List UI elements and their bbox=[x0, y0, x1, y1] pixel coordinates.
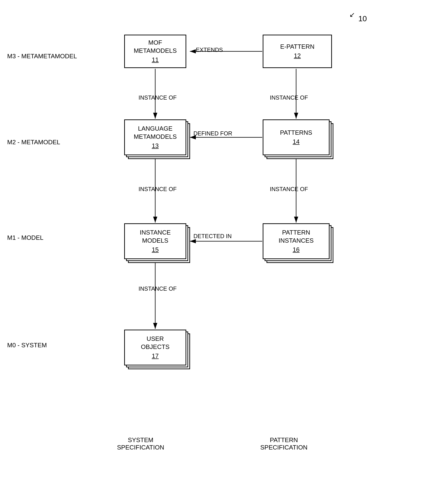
instance-of-5: INSTANCE OF bbox=[138, 285, 177, 292]
patinstances-wrapper: PATTERNINSTANCES 16 bbox=[263, 223, 337, 263]
m0-label: M0 - SYSTEM bbox=[7, 342, 47, 349]
instance-box: INSTANCEMODELS 15 bbox=[124, 223, 186, 259]
defined-for-label: DEFINED FOR bbox=[193, 130, 232, 137]
mof-label: MOFMETAMODELS bbox=[134, 39, 177, 55]
patinstances-id: 16 bbox=[293, 246, 300, 254]
instance-wrapper: INSTANCEMODELS 15 bbox=[124, 223, 193, 263]
diagram: 10 ↙ M3 - METAMETAMODEL M2 - METAMODEL M… bbox=[0, 0, 448, 487]
m2-label: M2 - METAMODEL bbox=[7, 138, 60, 146]
arrows-svg bbox=[0, 0, 448, 487]
system-spec-label: SYSTEMSPECIFICATION bbox=[117, 436, 164, 451]
detected-in-label: DETECTED IN bbox=[193, 233, 232, 240]
language-wrapper: LANGUAGEMETAMODELS 13 bbox=[124, 120, 193, 159]
epattern-box: E-PATTERN 12 bbox=[263, 35, 332, 68]
instance-label: INSTANCEMODELS bbox=[140, 229, 171, 245]
mof-box: MOFMETAMODELS 11 bbox=[124, 35, 186, 68]
epattern-label: E-PATTERN bbox=[280, 43, 314, 51]
mof-id: 11 bbox=[152, 56, 159, 64]
instance-of-4: INSTANCE OF bbox=[270, 186, 308, 192]
userobjects-box: USEROBJECTS 17 bbox=[124, 330, 186, 365]
instance-of-1: INSTANCE OF bbox=[138, 94, 177, 101]
patterns-box: PATTERNS 14 bbox=[263, 120, 329, 155]
epattern-id: 12 bbox=[294, 52, 301, 60]
instance-id: 15 bbox=[152, 246, 159, 254]
userobjects-wrapper: USEROBJECTS 17 bbox=[124, 330, 193, 369]
patterns-id: 14 bbox=[293, 138, 300, 146]
language-label: LANGUAGEMETAMODELS bbox=[134, 125, 177, 141]
patinstances-box: PATTERNINSTANCES 16 bbox=[263, 223, 329, 259]
language-box: LANGUAGEMETAMODELS 13 bbox=[124, 120, 186, 155]
userobjects-id: 17 bbox=[152, 352, 159, 360]
userobjects-label: USEROBJECTS bbox=[141, 335, 169, 351]
m1-label: M1 - MODEL bbox=[7, 234, 43, 241]
patterns-label: PATTERNS bbox=[280, 129, 312, 137]
pattern-spec-label: PATTERNSPECIFICATION bbox=[260, 436, 307, 451]
m3-label: M3 - METAMETAMODEL bbox=[7, 53, 77, 60]
figure-arrow: ↙ bbox=[349, 11, 355, 19]
language-id: 13 bbox=[152, 142, 159, 150]
patinstances-label: PATTERNINSTANCES bbox=[279, 229, 314, 245]
instance-of-3: INSTANCE OF bbox=[138, 186, 177, 192]
figure-number: 10 bbox=[358, 14, 367, 23]
patterns-wrapper: PATTERNS 14 bbox=[263, 120, 337, 159]
instance-of-2: INSTANCE OF bbox=[270, 94, 308, 101]
extends-label: EXTENDS bbox=[196, 47, 223, 53]
